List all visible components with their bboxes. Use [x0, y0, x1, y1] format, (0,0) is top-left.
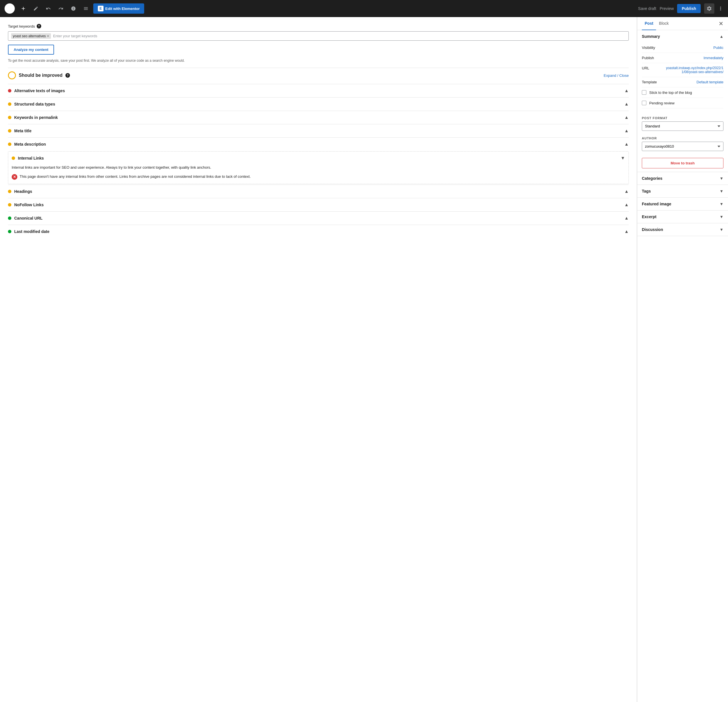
- stick-to-top-row: Stick to the top of the blog: [642, 87, 724, 98]
- seo-item-nofollow-links[interactable]: NoFollow Links ▲: [8, 198, 629, 211]
- tags-header[interactable]: Tags ▼: [637, 185, 728, 197]
- chevron-up-icon: ▲: [624, 202, 629, 207]
- analyze-hint: To get the most accurate analysis, save …: [8, 58, 629, 63]
- categories-chevron-icon: ▼: [719, 176, 724, 181]
- stick-to-top-checkbox[interactable]: [642, 90, 646, 95]
- analyze-button[interactable]: Analyze my content: [8, 45, 54, 55]
- author-label: AUTHOR: [637, 134, 728, 142]
- tags-title: Tags: [642, 189, 651, 194]
- publish-button[interactable]: Publish: [677, 4, 701, 13]
- topbar: E Edit with Elementor Save draft Preview…: [0, 0, 728, 17]
- template-row: Template Default template: [642, 77, 724, 87]
- visibility-key: Visibility: [642, 46, 664, 50]
- featured-image-header[interactable]: Featured image ▼: [637, 198, 728, 210]
- discussion-header[interactable]: Discussion ▼: [637, 223, 728, 236]
- tab-block[interactable]: Block: [656, 17, 672, 30]
- help-icon[interactable]: ?: [37, 24, 41, 29]
- error-circle-icon: ✕: [12, 174, 17, 180]
- keyword-remove-btn[interactable]: ×: [47, 34, 49, 38]
- seo-item-meta-title[interactable]: Meta title ▲: [8, 124, 629, 137]
- excerpt-header[interactable]: Excerpt ▼: [637, 211, 728, 223]
- seo-item-structured-data[interactable]: Structured data types ▲: [8, 97, 629, 111]
- categories-header[interactable]: Categories ▼: [637, 172, 728, 185]
- visibility-value[interactable]: Public: [714, 46, 724, 50]
- dot-orange-icon: [12, 156, 15, 160]
- elementor-icon: E: [98, 6, 104, 12]
- undo-button[interactable]: [43, 3, 53, 14]
- chevron-up-icon: ▲: [624, 128, 629, 133]
- seo-items-list: Alternative texts of images ▲ Structured…: [8, 84, 629, 238]
- summary-header[interactable]: Summary ▲: [637, 30, 728, 43]
- dot-green-icon: [8, 230, 12, 233]
- preview-button[interactable]: Preview: [660, 6, 674, 11]
- excerpt-chevron-icon: ▼: [719, 214, 724, 219]
- post-format-select[interactable]: Standard Aside Gallery Link Image Quote …: [642, 121, 724, 131]
- dot-green-icon: [8, 217, 12, 220]
- topbar-right: Save draft Preview Publish: [638, 3, 724, 14]
- chevron-up-icon: ▲: [624, 88, 629, 93]
- featured-image-section: Featured image ▼: [637, 198, 728, 211]
- seo-item-internal-links-expanded: Internal Links ▼ Internal links are impo…: [8, 151, 629, 184]
- improvement-help-icon[interactable]: ?: [65, 73, 70, 78]
- edit-pen-button[interactable]: [31, 3, 41, 14]
- summary-body: Visibility Public Publish Immediately UR…: [637, 43, 728, 113]
- internal-links-description: Internal links are important for SEO and…: [12, 165, 625, 170]
- publish-value[interactable]: Immediately: [703, 56, 724, 60]
- dot-orange-icon: [8, 129, 12, 133]
- more-options-button[interactable]: [718, 6, 724, 12]
- author-select[interactable]: zomucuxayo0810: [642, 142, 724, 151]
- template-key: Template: [642, 80, 664, 84]
- keywords-input-row[interactable]: yoast seo alternatives × Enter your targ…: [8, 31, 629, 41]
- dot-orange-icon: [8, 103, 12, 106]
- categories-title: Categories: [642, 176, 662, 181]
- seo-item-internal-links-header[interactable]: Internal Links ▼: [8, 152, 628, 165]
- internal-links-error-text: This page doesn't have any internal link…: [20, 174, 251, 179]
- info-button[interactable]: [68, 3, 78, 14]
- panel-close-button[interactable]: ✕: [719, 20, 724, 27]
- pending-review-checkbox[interactable]: [642, 101, 646, 105]
- keyword-placeholder: Enter your target keywords: [53, 34, 97, 38]
- main-layout: Target keywords ? yoast seo alternatives…: [0, 17, 728, 702]
- wp-logo[interactable]: [4, 3, 15, 14]
- redo-button[interactable]: [56, 3, 66, 14]
- seo-item-meta-description[interactable]: Meta description ▲: [8, 137, 629, 151]
- stick-to-top-label: Stick to the top of the blog: [649, 91, 692, 95]
- chevron-up-icon: ▲: [624, 115, 629, 120]
- chevron-up-icon: ▲: [624, 215, 629, 221]
- seo-item-headings[interactable]: Headings ▲: [8, 185, 629, 198]
- internal-links-body: Internal links are important for SEO and…: [8, 165, 628, 184]
- move-to-trash-button[interactable]: Move to trash: [642, 158, 724, 168]
- visibility-row: Visibility Public: [642, 43, 724, 53]
- dot-orange-icon: [8, 190, 12, 193]
- internal-links-error-row: ✕ This page doesn't have any internal li…: [12, 174, 625, 180]
- edit-with-elementor-button[interactable]: E Edit with Elementor: [93, 3, 144, 14]
- keyword-tag: yoast seo alternatives ×: [11, 33, 51, 39]
- save-draft-button[interactable]: Save draft: [638, 6, 656, 11]
- improvement-title: Should be improved: [19, 73, 62, 78]
- seo-item-keywords-permalink[interactable]: Keywords in permalink ▲: [8, 111, 629, 124]
- url-value[interactable]: yoastalt.instawp.xyz/index.php/2022/11/0…: [664, 66, 724, 74]
- seo-item-last-modified[interactable]: Last modified date ▲: [8, 225, 629, 238]
- improvement-header: Should be improved ? Expand / Close: [8, 71, 629, 79]
- add-button[interactable]: [18, 3, 29, 14]
- template-value[interactable]: Default template: [696, 80, 724, 84]
- discussion-title: Discussion: [642, 227, 663, 232]
- publish-key: Publish: [642, 56, 664, 60]
- chevron-up-icon: ▲: [624, 142, 629, 147]
- expand-close: Expand / Close: [604, 74, 629, 78]
- seo-item-alt-texts[interactable]: Alternative texts of images ▲: [8, 84, 629, 97]
- dot-red-icon: [8, 89, 12, 92]
- hamburger-button[interactable]: [81, 3, 91, 14]
- categories-section: Categories ▼: [637, 172, 728, 185]
- chevron-up-icon: ▲: [624, 189, 629, 194]
- settings-gear-button[interactable]: [704, 3, 714, 14]
- close-link[interactable]: Close: [620, 74, 629, 78]
- expand-link[interactable]: Expand: [604, 74, 616, 78]
- seo-item-canonical-url[interactable]: Canonical URL ▲: [8, 211, 629, 225]
- url-row: URL yoastalt.instawp.xyz/index.php/2022/…: [642, 63, 724, 77]
- url-key: URL: [642, 66, 664, 70]
- summary-section: Summary ▲ Visibility Public Publish Imme…: [637, 30, 728, 172]
- tab-post[interactable]: Post: [642, 17, 656, 30]
- divider: [8, 68, 629, 68]
- tags-section: Tags ▼: [637, 185, 728, 198]
